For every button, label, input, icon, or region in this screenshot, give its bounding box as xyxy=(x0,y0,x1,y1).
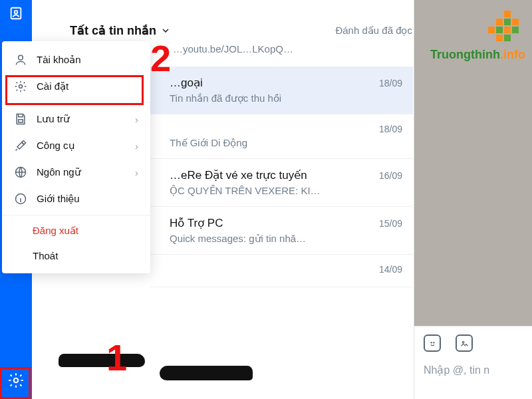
message-row[interactable]: …eRe Đặt vé xe trực tuyến16/09 ỘC QUYỀN … xyxy=(150,159,413,207)
menu-label: Cài đặt xyxy=(37,80,68,92)
message-row[interactable]: …goại18/09 Tin nhắn đã được thu hồi xyxy=(150,66,413,114)
message-preview: Thế Giới Di Động xyxy=(170,137,396,149)
svg-point-3 xyxy=(19,55,23,60)
message-row[interactable]: Hỗ Trợ PC15/09 Quick messages: gửi tin n… xyxy=(150,207,413,255)
save-icon xyxy=(14,112,27,126)
logo-text-green: Truongthinh xyxy=(430,48,500,61)
message-date: 14/09 xyxy=(379,264,402,275)
list-header: Tất cả tin nhắn Đánh dấu đã đọc xyxy=(70,23,412,38)
annotation-number-1: 1 xyxy=(106,336,127,379)
message-date: 15/09 xyxy=(379,218,402,229)
menu-item-tools[interactable]: Công cụ › xyxy=(2,132,150,159)
svg-rect-5 xyxy=(19,120,23,122)
user-icon xyxy=(14,53,27,66)
message-preview: ỘC QUYỀN TRÊN VEXERE: KI… xyxy=(170,185,396,197)
message-date: 18/09 xyxy=(379,78,402,88)
menu-item-account[interactable]: Tài khoản xyxy=(2,47,150,73)
menu-label: Tài khoản xyxy=(37,54,81,66)
svg-rect-17 xyxy=(504,35,511,41)
message-row[interactable]: 18/09 Thế Giới Di Động xyxy=(150,114,413,159)
compose-area: Nhập @, tin n xyxy=(414,326,532,399)
sticker-button[interactable] xyxy=(424,334,441,352)
menu-item-logout[interactable]: Đăng xuất xyxy=(2,218,150,243)
message-preview: Tin nhắn đã được thu hồi xyxy=(170,92,396,104)
logo-tiles-icon xyxy=(484,11,525,45)
chevron-right-icon: › xyxy=(135,140,138,152)
svg-rect-16 xyxy=(496,35,503,41)
redaction-mark xyxy=(59,354,145,367)
message-title: Hỗ Trợ PC xyxy=(170,216,223,230)
menu-label: Công cụ xyxy=(37,140,75,152)
menu-item-language[interactable]: Ngôn ngữ › xyxy=(2,159,150,186)
svg-rect-13 xyxy=(496,27,503,33)
svg-point-20 xyxy=(462,341,464,343)
menu-item-quit[interactable]: Thoát xyxy=(2,243,150,268)
svg-point-4 xyxy=(19,85,23,88)
svg-rect-14 xyxy=(504,27,511,33)
menu-item-archive[interactable]: Lưu trữ › xyxy=(2,106,150,132)
menu-label: Lưu trữ xyxy=(37,113,70,125)
svg-point-19 xyxy=(433,342,434,342)
chevron-down-icon xyxy=(160,25,171,36)
chevron-right-icon: › xyxy=(135,114,138,125)
chevron-right-icon: › xyxy=(135,167,138,178)
message-list: …goại18/09 Tin nhắn đã được thu hồi 18/0… xyxy=(150,66,413,287)
compose-input[interactable]: Nhập @, tin n xyxy=(414,360,532,380)
message-date: 16/09 xyxy=(379,170,402,181)
settings-popup-menu: Tài khoản Cài đặt Lưu trữ › Công cụ › Ng… xyxy=(2,41,150,273)
truncated-url-text: …youtu.be/JOL…LKopQ… xyxy=(173,43,293,55)
filter-dropdown[interactable]: Tất cả tin nhắn xyxy=(70,23,171,38)
filter-label: Tất cả tin nhắn xyxy=(70,23,156,38)
menu-separator xyxy=(2,215,150,215)
menu-item-about[interactable]: Giới thiệu xyxy=(2,186,150,212)
logo-text-orange: .info xyxy=(500,48,525,61)
svg-point-2 xyxy=(14,378,19,383)
svg-rect-10 xyxy=(504,19,511,25)
annotation-number-2: 2 xyxy=(150,37,171,80)
redaction-mark xyxy=(160,366,253,380)
svg-rect-8 xyxy=(504,11,511,17)
tools-icon xyxy=(14,139,27,152)
message-date: 18/09 xyxy=(379,124,402,134)
info-icon xyxy=(14,192,27,205)
svg-rect-12 xyxy=(488,27,495,33)
svg-rect-11 xyxy=(512,19,519,25)
menu-separator xyxy=(2,102,150,103)
chat-pane: Truongthinh.info Nhập @, tin n xyxy=(414,0,532,399)
menu-label: Ngôn ngữ xyxy=(37,166,81,178)
message-preview: Quick messages: gửi tin nhă… xyxy=(170,233,396,245)
menu-label: Giới thiệu xyxy=(37,193,80,205)
watermark-logo: Truongthinh.info xyxy=(430,11,525,62)
svg-rect-9 xyxy=(496,19,503,25)
menu-item-settings[interactable]: Cài đặt xyxy=(2,73,150,100)
message-title: …eRe Đặt vé xe trực tuyến xyxy=(170,168,307,182)
message-title: …goại xyxy=(170,76,203,90)
mark-read-link[interactable]: Đánh dấu đã đọc xyxy=(335,25,412,37)
svg-point-18 xyxy=(431,342,432,342)
image-button[interactable] xyxy=(456,334,473,352)
contacts-icon[interactable] xyxy=(0,0,32,27)
gear-icon xyxy=(14,80,27,93)
message-row[interactable]: 14/09 xyxy=(150,255,413,287)
svg-rect-15 xyxy=(512,27,519,33)
settings-gear-button[interactable] xyxy=(3,367,29,394)
globe-icon xyxy=(14,166,27,179)
svg-point-1 xyxy=(15,11,18,14)
